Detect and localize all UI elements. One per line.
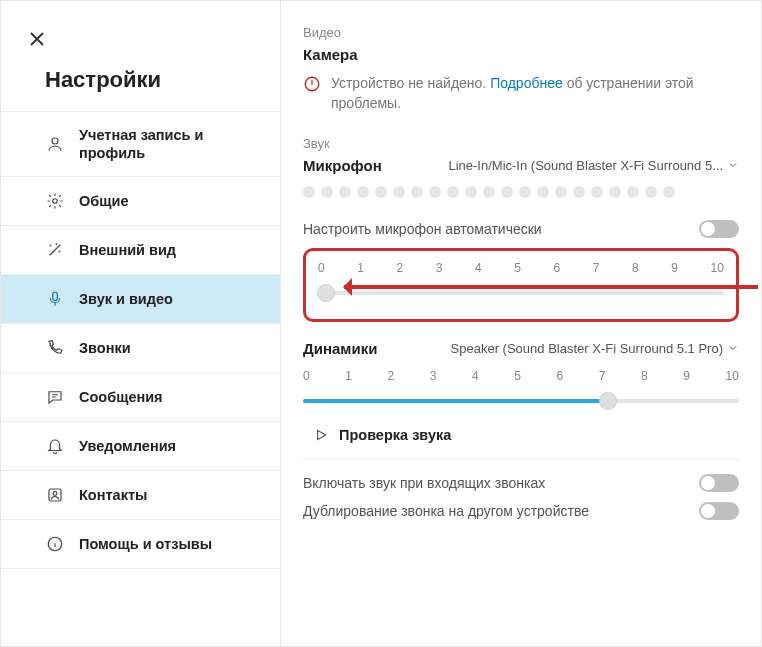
sidebar-item-label: Контакты bbox=[79, 486, 147, 504]
svg-rect-5 bbox=[53, 293, 58, 301]
auto-adjust-mic-label: Настроить микрофон автоматически bbox=[303, 221, 542, 237]
sidebar-item-label: Сообщения bbox=[79, 388, 163, 406]
svg-point-0 bbox=[52, 138, 58, 144]
video-section-label: Видео bbox=[303, 25, 739, 40]
microphone-level-meter bbox=[303, 186, 739, 198]
sidebar-item-label: Уведомления bbox=[79, 437, 176, 455]
sidebar-item-label: Звонки bbox=[79, 339, 131, 357]
ring-incoming-toggle[interactable] bbox=[699, 474, 739, 492]
play-icon bbox=[313, 427, 329, 443]
settings-window: Настройки Учетная запись и профиль Общие… bbox=[1, 1, 761, 646]
sidebar-item-messages[interactable]: Сообщения bbox=[1, 372, 280, 421]
sidebar-item-label: Внешний вид bbox=[79, 241, 176, 259]
info-icon bbox=[45, 534, 65, 554]
svg-point-7 bbox=[53, 492, 57, 496]
close-button[interactable] bbox=[21, 23, 53, 55]
mic-slider-scale: 0 1 2 3 4 5 6 7 8 9 10 bbox=[318, 261, 724, 275]
svg-point-3 bbox=[59, 251, 60, 252]
camera-error-text: Устройство не найдено. Подробнее об устр… bbox=[331, 73, 739, 114]
settings-title: Настройки bbox=[1, 61, 280, 111]
microphone-volume-slider[interactable] bbox=[318, 283, 724, 301]
camera-heading: Камера bbox=[303, 46, 739, 63]
settings-content: Видео Камера Устройство не найдено. Подр… bbox=[281, 1, 761, 646]
sidebar-item-label: Учетная запись и профиль bbox=[79, 126, 268, 162]
chat-icon bbox=[45, 387, 65, 407]
sidebar-item-label: Общие bbox=[79, 192, 128, 210]
speakers-heading: Динамики bbox=[303, 340, 377, 357]
microphone-heading: Микрофон bbox=[303, 157, 382, 174]
sidebar-item-help[interactable]: Помощь и отзывы bbox=[1, 519, 280, 569]
speaker-volume-slider[interactable] bbox=[303, 391, 739, 409]
sound-section-label: Звук bbox=[303, 136, 739, 151]
gear-icon bbox=[45, 191, 65, 211]
camera-error-row: Устройство не найдено. Подробнее об устр… bbox=[303, 73, 739, 114]
speaker-device-selector[interactable]: Speaker (Sound Blaster X-Fi Surround 5.1… bbox=[451, 341, 739, 356]
sidebar-item-calls[interactable]: Звонки bbox=[1, 323, 280, 372]
test-sound-button[interactable]: Проверка звука bbox=[303, 413, 739, 460]
sidebar-item-label: Звук и видео bbox=[79, 290, 173, 308]
auto-adjust-mic-toggle[interactable] bbox=[699, 220, 739, 238]
close-icon bbox=[30, 32, 44, 46]
microphone-device-selector[interactable]: Line-In/Mic-In (Sound Blaster X-Fi Surro… bbox=[448, 158, 739, 173]
person-icon bbox=[45, 134, 65, 154]
sidebar-item-appearance[interactable]: Внешний вид bbox=[1, 225, 280, 274]
speaker-device-value: Speaker (Sound Blaster X-Fi Surround 5.1… bbox=[451, 341, 723, 356]
learn-more-link[interactable]: Подробнее bbox=[490, 75, 563, 91]
test-sound-label: Проверка звука bbox=[339, 427, 451, 443]
chevron-down-icon bbox=[727, 159, 739, 171]
svg-point-2 bbox=[50, 245, 51, 246]
sidebar-item-audio-video[interactable]: Звук и видео bbox=[1, 274, 280, 323]
svg-point-4 bbox=[56, 244, 57, 245]
sidebar-item-notifications[interactable]: Уведомления bbox=[1, 421, 280, 470]
sidebar-item-contacts[interactable]: Контакты bbox=[1, 470, 280, 519]
speaker-slider-scale: 0 1 2 3 4 5 6 7 8 9 10 bbox=[303, 369, 739, 383]
ring-duplicate-toggle[interactable] bbox=[699, 502, 739, 520]
svg-point-1 bbox=[53, 199, 58, 204]
chevron-down-icon bbox=[727, 342, 739, 354]
microphone-device-value: Line-In/Mic-In (Sound Blaster X-Fi Surro… bbox=[448, 158, 723, 173]
alert-icon bbox=[303, 75, 321, 114]
ring-incoming-label: Включать звук при входящих звонках bbox=[303, 475, 545, 491]
contacts-icon bbox=[45, 485, 65, 505]
settings-sidebar: Настройки Учетная запись и профиль Общие… bbox=[1, 1, 281, 646]
annotation-highlight: 0 1 2 3 4 5 6 7 8 9 10 bbox=[303, 248, 739, 322]
microphone-icon bbox=[45, 289, 65, 309]
bell-icon bbox=[45, 436, 65, 456]
phone-icon bbox=[45, 338, 65, 358]
sidebar-item-label: Помощь и отзывы bbox=[79, 535, 212, 553]
sidebar-item-account[interactable]: Учетная запись и профиль bbox=[1, 111, 280, 176]
wand-icon bbox=[45, 240, 65, 260]
ring-duplicate-label: Дублирование звонка на другом устройстве bbox=[303, 503, 589, 519]
sidebar-item-general[interactable]: Общие bbox=[1, 176, 280, 225]
